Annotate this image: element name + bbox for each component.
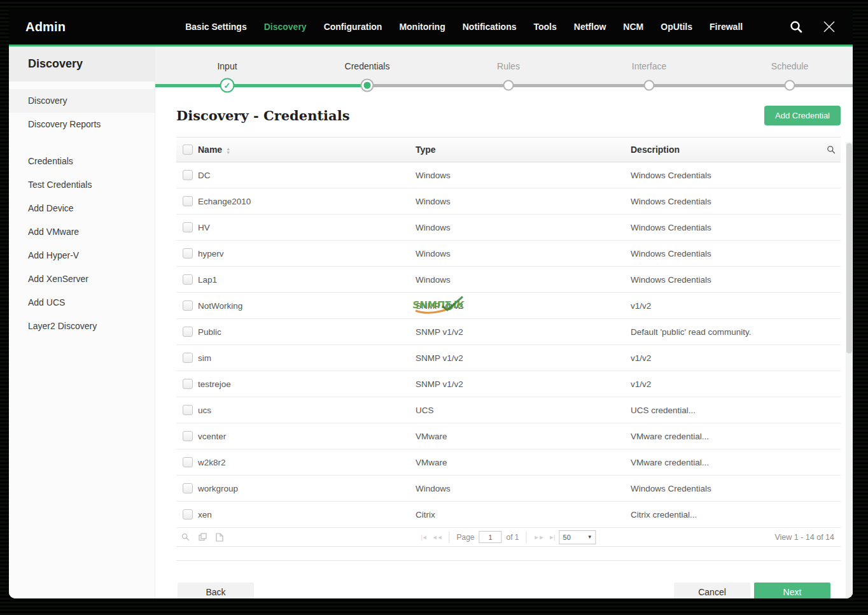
search-icon[interactable] xyxy=(788,18,804,35)
table-row[interactable]: w2k8r2VMwareVMware credential... xyxy=(176,449,841,476)
step-dot-credentials[interactable] xyxy=(361,79,374,92)
credential-name: workgroup xyxy=(198,484,416,493)
credential-description: VMware credential... xyxy=(631,432,819,441)
grid-refresh-icon[interactable] xyxy=(199,533,207,541)
credential-description: v1/v2 xyxy=(631,379,819,389)
table-row[interactable]: hypervWindowsWindows Credentials xyxy=(176,241,841,267)
credentials-table: Name▲▼ Type Description DCWindowsWindows… xyxy=(176,137,841,547)
main-panel: Input✓CredentialsRulesInterfaceSchedule … xyxy=(155,46,853,598)
grid-search-icon[interactable] xyxy=(181,533,190,541)
sidebar-title: Discovery xyxy=(9,46,155,81)
credential-description: Default 'public' read community. xyxy=(631,327,819,337)
credential-type: Windows xyxy=(416,275,631,285)
grid-export-icon[interactable] xyxy=(216,533,223,542)
sidebar-item-add-ucs[interactable]: Add UCS xyxy=(9,291,155,315)
row-checkbox[interactable] xyxy=(183,483,193,493)
table-search-icon[interactable] xyxy=(819,145,841,154)
sidebar-item-credentials[interactable]: Credentials xyxy=(9,150,155,173)
nav-item-oputils[interactable]: OpUtils xyxy=(661,22,692,32)
nav-item-notifications[interactable]: Notifications xyxy=(463,22,517,32)
table-row[interactable]: simSNMP v1/v2v1/v2 xyxy=(176,345,841,371)
sort-icons[interactable]: ▲▼ xyxy=(226,147,230,154)
nav-item-netflow[interactable]: Netflow xyxy=(574,22,606,32)
page-of-text: of 1 xyxy=(507,533,519,542)
row-checkbox[interactable] xyxy=(183,405,193,415)
first-page-button[interactable]: |◄ xyxy=(421,534,426,541)
row-checkbox[interactable] xyxy=(183,431,193,441)
prev-page-button[interactable]: ◄◄ xyxy=(432,534,442,541)
row-checkbox[interactable] xyxy=(183,509,193,520)
grid-rows: DCWindowsWindows CredentialsEchange2010W… xyxy=(176,162,841,528)
nav-item-firewall[interactable]: Firewall xyxy=(710,22,743,32)
column-header-description[interactable]: Description xyxy=(631,145,819,155)
credential-name: vcenter xyxy=(198,432,416,441)
row-checkbox[interactable] xyxy=(183,379,193,389)
table-row[interactable]: NotWorkingSNMP v1/v2SNМПЂiКv1/v2 xyxy=(176,293,841,319)
credential-type: Windows xyxy=(416,197,631,206)
credential-type: Windows xyxy=(416,249,631,258)
sidebar-item-add-device[interactable]: Add Device xyxy=(9,197,155,220)
nav-item-configuration[interactable]: Configuration xyxy=(324,22,382,32)
table-row[interactable]: ucsUCSUCS credential... xyxy=(176,397,841,423)
sidebar-item-test-credentials[interactable]: Test Credentials xyxy=(9,173,155,197)
last-page-button[interactable]: ►| xyxy=(549,534,554,541)
credential-description: Windows Credentials xyxy=(631,249,819,258)
close-icon[interactable] xyxy=(821,18,837,35)
sidebar: Discovery DiscoveryDiscovery ReportsCred… xyxy=(9,46,155,598)
nav-item-monitoring[interactable]: Monitoring xyxy=(399,22,445,32)
page-size-select[interactable]: 50▼ xyxy=(559,530,596,544)
credential-name: Echange2010 xyxy=(198,197,416,206)
table-row[interactable]: Lap1WindowsWindows Credentials xyxy=(176,267,841,293)
sidebar-item-discovery-reports[interactable]: Discovery Reports xyxy=(9,113,155,136)
step-dot-rules[interactable] xyxy=(503,80,514,91)
table-row[interactable]: xenCitrixCitrix credential... xyxy=(176,502,841,528)
screen: Admin Basic SettingsDiscoveryConfigurati… xyxy=(0,0,868,615)
row-checkbox[interactable] xyxy=(183,196,193,206)
column-header-name[interactable]: Name▲▼ xyxy=(198,145,416,155)
nav-item-ncm[interactable]: NCM xyxy=(623,22,643,32)
table-row[interactable]: DCWindowsWindows Credentials xyxy=(176,162,841,188)
cancel-button[interactable]: Cancel xyxy=(674,583,750,598)
table-row[interactable]: vcenterVMwareVMware credential... xyxy=(176,423,841,449)
table-row[interactable]: Echange2010WindowsWindows Credentials xyxy=(176,188,841,215)
scrollbar-thumb[interactable] xyxy=(846,143,852,353)
nav-item-tools[interactable]: Tools xyxy=(534,22,557,32)
back-button[interactable]: Back xyxy=(178,583,254,598)
next-page-button[interactable]: ►► xyxy=(534,534,544,541)
step-dot-input[interactable]: ✓ xyxy=(220,78,235,93)
row-checkbox[interactable] xyxy=(183,353,193,363)
step-label-interface: Interface xyxy=(632,61,666,71)
step-dot-interface[interactable] xyxy=(644,80,655,91)
row-checkbox[interactable] xyxy=(183,274,193,285)
row-checkbox[interactable] xyxy=(183,300,193,311)
vertical-scrollbar[interactable] xyxy=(846,142,853,598)
table-row[interactable]: HVWindowsWindows Credentials xyxy=(176,215,841,241)
sidebar-item-layer2-discovery[interactable]: Layer2 Discovery xyxy=(9,315,155,338)
nav-item-discovery[interactable]: Discovery xyxy=(264,22,307,32)
table-row[interactable]: workgroupWindowsWindows Credentials xyxy=(176,476,841,502)
row-checkbox[interactable] xyxy=(183,222,193,232)
select-all-checkbox[interactable] xyxy=(183,145,193,155)
credential-description: Windows Credentials xyxy=(631,275,819,285)
table-row[interactable]: PublicSNMP v1/v2Default 'public' read co… xyxy=(176,319,841,345)
column-header-type[interactable]: Type xyxy=(416,145,631,155)
next-button[interactable]: Next xyxy=(754,583,830,598)
sidebar-item-discovery[interactable]: Discovery xyxy=(9,89,155,113)
credential-name: testrejoe xyxy=(198,379,416,389)
credential-name: xen xyxy=(198,510,416,520)
row-checkbox[interactable] xyxy=(183,457,193,467)
nav-item-basic-settings[interactable]: Basic Settings xyxy=(185,22,246,32)
page-number-input[interactable] xyxy=(479,531,502,543)
sidebar-item-add-xenserver[interactable]: Add XenServer xyxy=(9,267,155,291)
add-credential-button[interactable]: Add Credential xyxy=(764,106,841,125)
row-checkbox[interactable] xyxy=(183,170,193,180)
sidebar-item-add-hyper-v[interactable]: Add Hyper-V xyxy=(9,244,155,267)
row-checkbox[interactable] xyxy=(183,248,193,258)
credential-type: Windows xyxy=(416,171,631,180)
step-dot-schedule[interactable] xyxy=(785,80,795,91)
table-row[interactable]: testrejoeSNMP v1/v2v1/v2 xyxy=(176,371,841,397)
topbar-icons xyxy=(788,18,853,35)
row-checkbox[interactable] xyxy=(183,327,193,337)
top-navigation: Basic SettingsDiscoveryConfigurationMoni… xyxy=(185,22,743,32)
sidebar-item-add-vmware[interactable]: Add VMware xyxy=(9,220,155,244)
